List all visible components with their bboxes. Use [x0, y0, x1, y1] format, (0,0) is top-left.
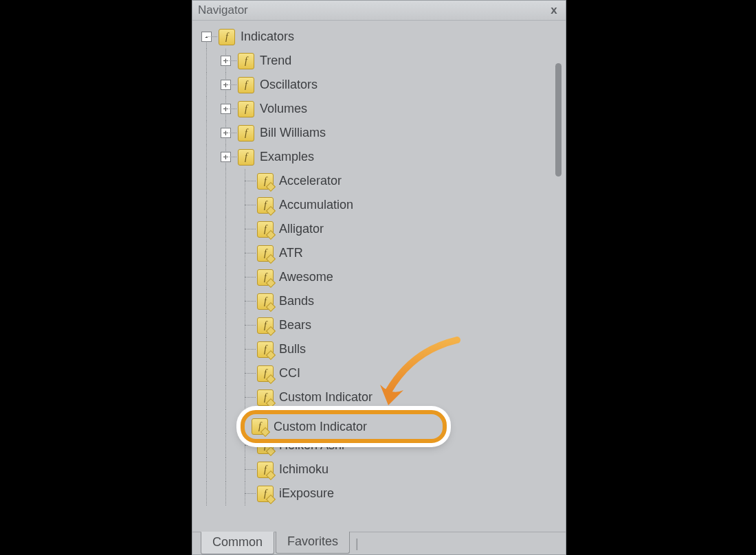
expand-icon[interactable]: +: [221, 128, 231, 138]
tree-connector: [198, 73, 217, 97]
tree-node-label: Bands: [279, 294, 314, 308]
indicator-folder-icon: f: [238, 101, 254, 117]
tree-connector: [236, 457, 256, 482]
tree-node-label: Trend: [260, 54, 291, 68]
tree-connector: [198, 145, 217, 169]
scrollbar[interactable]: [555, 63, 562, 518]
tree-connector: [236, 289, 256, 313]
tree-connector: [198, 169, 217, 193]
tree-node-label: CCI: [279, 366, 300, 381]
tree-node-trend[interactable]: +fTrend: [198, 49, 566, 73]
tree-node-bill-williams[interactable]: +fBill Williams: [198, 121, 566, 145]
tree-node-indicators[interactable]: - f Indicators: [198, 25, 566, 49]
tree-connector: [198, 193, 217, 217]
tree-node-label: Oscillators: [260, 78, 318, 92]
tree-connector: [198, 337, 217, 361]
custom-indicator-icon: f: [257, 293, 274, 310]
tab-common[interactable]: Common: [201, 532, 274, 554]
custom-indicator-icon: f: [257, 389, 274, 406]
tree-node-label: Custom Indicator: [279, 390, 373, 405]
tree-connector: [198, 97, 217, 121]
tree-view: - f Indicators +fTrend+fOscillators+fVol…: [192, 21, 566, 532]
custom-indicator-icon: f: [257, 269, 274, 286]
tree-connector: [198, 385, 217, 409]
tree-node-label: Bulls: [279, 342, 306, 356]
tree-connector: [217, 265, 236, 289]
scrollbar-thumb[interactable]: [555, 63, 562, 177]
expand-icon[interactable]: +: [221, 80, 231, 90]
tree-connector: [198, 265, 217, 289]
tree-leaf-awesome[interactable]: fAwesome: [198, 265, 566, 289]
tab-bar: Common Favorites |: [192, 532, 566, 554]
custom-indicator-icon: f: [257, 341, 274, 358]
tree-leaf-accumulation[interactable]: fAccumulation: [198, 193, 566, 217]
tree-node-label: ATR: [279, 246, 303, 260]
tree-connector: [217, 457, 236, 482]
tree-connector: -: [198, 25, 217, 49]
tree-connector: [198, 409, 217, 433]
tree-node-label: Awesome: [279, 270, 333, 284]
tree-connector: +: [217, 145, 236, 169]
tree-connector: +: [217, 73, 236, 97]
tree-node-oscillators[interactable]: +fOscillators: [198, 73, 566, 97]
custom-indicator-icon: f: [257, 173, 274, 190]
indicator-folder-icon: f: [238, 149, 254, 166]
tree-connector: [198, 49, 217, 73]
tree-connector: [236, 217, 256, 241]
indicator-folder-icon: f: [219, 29, 235, 45]
tree-node-label: Bears: [279, 318, 311, 332]
tree-leaf-bears[interactable]: fBears: [198, 313, 566, 337]
tree-leaf-atr[interactable]: fATR: [198, 241, 566, 265]
tree-leaf-bands[interactable]: fBands: [198, 289, 566, 313]
tree-connector: [217, 409, 236, 433]
tree-node-label: Bill Williams: [260, 126, 326, 140]
tree-node-label: Accumulation: [279, 198, 353, 212]
tree-node-label: Examples: [260, 150, 314, 164]
tree-node-volumes[interactable]: +fVolumes: [198, 97, 566, 121]
tree-leaf-accelerator[interactable]: fAccelerator: [198, 169, 566, 193]
tree-connector: [217, 337, 236, 361]
tree-node-label: Accelerator: [279, 174, 342, 188]
custom-indicator-icon: f: [257, 462, 274, 478]
tree-connector: [217, 433, 236, 457]
tree-connector: [236, 385, 256, 409]
tree-connector: [236, 313, 256, 337]
custom-indicator-icon: f: [257, 486, 274, 502]
tree-connector: +: [217, 121, 236, 145]
tree-connector: [198, 482, 217, 506]
tree-leaf-alligator[interactable]: fAlligator: [198, 217, 566, 241]
tree-node-label: Ichimoku: [279, 462, 329, 477]
callout-arrow-icon: [375, 337, 464, 412]
tree-node-label: Indicators: [241, 30, 294, 44]
tree-connector: [198, 241, 217, 265]
tree-connector: [236, 265, 256, 289]
indicator-folder-icon: f: [238, 77, 254, 93]
close-icon[interactable]: x: [548, 3, 560, 17]
expand-icon[interactable]: +: [221, 104, 231, 114]
panel-header: Navigator x: [192, 1, 566, 21]
tree-connector: [198, 313, 217, 337]
tree-connector: [198, 433, 217, 457]
tree-connector: [217, 361, 236, 385]
tree-connector: [217, 169, 236, 193]
panel-title: Navigator: [198, 3, 548, 17]
tree-connector: [236, 482, 256, 506]
tab-favorites[interactable]: Favorites: [276, 532, 350, 554]
tree-connector: [198, 457, 217, 482]
tree-connector: [236, 193, 256, 217]
tree-connector: [198, 121, 217, 145]
custom-indicator-icon: f: [257, 197, 274, 214]
tree-leaf-ichimoku[interactable]: fIchimoku: [198, 457, 566, 482]
tree-connector: [198, 289, 217, 313]
expand-icon[interactable]: +: [221, 56, 231, 66]
callout-label: Custom Indicator: [274, 420, 367, 434]
tree-connector: [217, 193, 236, 217]
tree-node-label: Volumes: [260, 102, 307, 116]
collapse-icon[interactable]: -: [201, 32, 212, 42]
custom-indicator-icon: f: [257, 317, 274, 334]
tree-leaf-iexposure[interactable]: fiExposure: [198, 482, 566, 506]
expand-icon[interactable]: +: [221, 152, 231, 162]
tree-connector: [236, 361, 256, 385]
tree-node-examples[interactable]: +fExamples: [198, 145, 566, 169]
tree-connector: [217, 385, 236, 409]
